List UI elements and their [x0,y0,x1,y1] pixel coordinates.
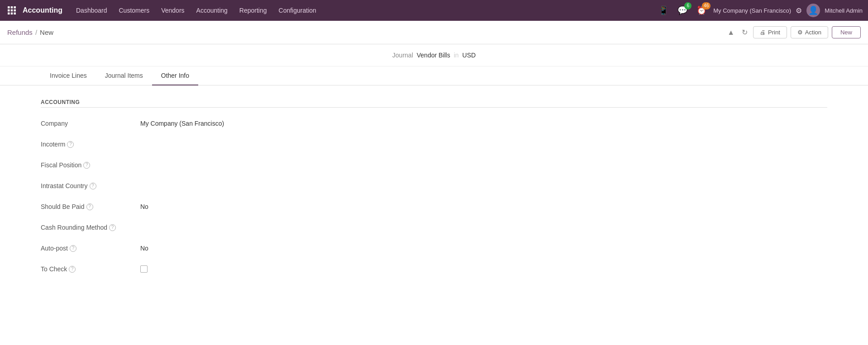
company-selector[interactable]: My Company (San Francisco) [713,7,791,14]
field-label-intrastat-country: Intrastat Country ? [41,182,140,189]
grid-menu-icon[interactable] [5,4,18,17]
top-navigation: Accounting Dashboard Customers Vendors A… [0,0,868,21]
field-label-to-check: To Check ? [41,265,140,273]
field-row-should-be-paid: Should Be Paid ? No [41,200,827,213]
svg-rect-7 [11,13,13,15]
top-menu: Dashboard Customers Vendors Accounting R… [71,4,656,17]
user-name[interactable]: Mitchell Admin [825,7,863,14]
content-area: Journal Vendor Bills in USD Invoice Line… [0,44,868,345]
topnav-right-section: 📱 💬 6 ⏰ 46 My Company (San Francisco) ⚙ … [656,3,863,18]
activity-icon[interactable]: ⏰ 46 [694,3,709,18]
tabs-bar: Invoice Lines Journal Items Other Info [0,66,868,85]
svg-rect-8 [14,13,16,15]
field-label-incoterm: Incoterm ? [41,141,140,148]
tab-invoice-lines[interactable]: Invoice Lines [41,66,96,85]
chat-badge: 6 [684,2,692,9]
gear-icon: ⚙ [797,29,803,36]
svg-rect-1 [11,6,13,9]
field-row-to-check: To Check ? [41,262,827,276]
action-button[interactable]: ⚙ Action [791,26,828,38]
journal-value[interactable]: Vendor Bills [417,52,450,59]
to-check-checkbox[interactable] [140,265,148,273]
refresh-icon[interactable]: ↻ [740,26,749,38]
svg-rect-3 [8,9,10,12]
field-row-cash-rounding: Cash Rounding Method ? [41,221,827,234]
new-button[interactable]: New [832,26,861,38]
field-label-auto-post: Auto-post ? [41,245,140,252]
menu-configuration[interactable]: Configuration [273,4,322,17]
journal-label: Journal [392,52,413,59]
field-value-company[interactable]: My Company (San Francisco) [140,120,224,127]
print-button[interactable]: 🖨 Print [753,26,787,38]
field-row-auto-post: Auto-post ? No [41,241,827,255]
should-be-paid-help-icon[interactable]: ? [86,203,93,210]
field-label-should-be-paid: Should Be Paid ? [41,203,140,210]
journal-currency[interactable]: USD [463,52,476,59]
chat-icon[interactable]: 💬 6 [675,3,690,18]
breadcrumb-parent[interactable]: Refunds [7,28,33,36]
menu-reporting[interactable]: Reporting [234,4,272,17]
journal-strip: Journal Vendor Bills in USD [0,44,868,66]
tab-journal-items[interactable]: Journal Items [96,66,152,85]
action-bar: Refunds / New ▲ ↻ 🖨 Print ⚙ Action New [0,21,868,44]
tab-other-info[interactable]: Other Info [152,66,198,85]
field-row-fiscal-position: Fiscal Position ? [41,158,827,172]
field-value-auto-post[interactable]: No [140,245,148,252]
to-check-help-icon[interactable]: ? [69,266,76,273]
field-row-incoterm: Incoterm ? [41,137,827,151]
actionbar-icon-group: ▲ ↻ [725,26,749,38]
upload-icon[interactable]: ▲ [725,27,736,38]
auto-post-help-icon[interactable]: ? [70,245,76,252]
journal-in-label: in [454,52,459,59]
field-label-company: Company [41,120,140,127]
field-value-should-be-paid[interactable]: No [140,203,148,210]
print-icon: 🖨 [760,29,766,36]
section-divider [41,107,827,108]
menu-vendors[interactable]: Vendors [156,4,190,17]
menu-dashboard[interactable]: Dashboard [71,4,113,17]
svg-rect-0 [8,6,10,9]
accounting-section-title: ACCOUNTING [41,99,827,105]
field-label-cash-rounding: Cash Rounding Method ? [41,224,140,231]
svg-rect-2 [14,6,16,9]
support-icon[interactable]: 📱 [656,3,671,18]
svg-rect-4 [11,9,13,12]
svg-rect-5 [14,9,16,12]
settings-icon[interactable]: ⚙ [796,6,802,15]
menu-accounting[interactable]: Accounting [191,4,233,17]
intrastat-country-help-icon[interactable]: ? [90,183,96,189]
field-label-fiscal-position: Fiscal Position ? [41,161,140,169]
field-row-intrastat-country: Intrastat Country ? [41,179,827,193]
fiscal-position-help-icon[interactable]: ? [83,162,90,169]
menu-customers[interactable]: Customers [114,4,155,17]
app-brand[interactable]: Accounting [23,6,62,14]
svg-rect-6 [8,13,10,15]
breadcrumb-separator: / [35,28,37,36]
user-avatar[interactable]: 👤 [806,4,820,17]
actionbar-right: 🖨 Print ⚙ Action New [753,26,861,38]
field-row-company: Company My Company (San Francisco) [41,117,827,130]
cash-rounding-help-icon[interactable]: ? [109,224,116,231]
incoterm-help-icon[interactable]: ? [67,141,74,148]
breadcrumb-current: New [40,28,53,36]
breadcrumb: Refunds / New [7,28,722,36]
other-info-section: ACCOUNTING Company My Company (San Franc… [0,85,868,297]
activity-badge: 46 [702,2,711,9]
